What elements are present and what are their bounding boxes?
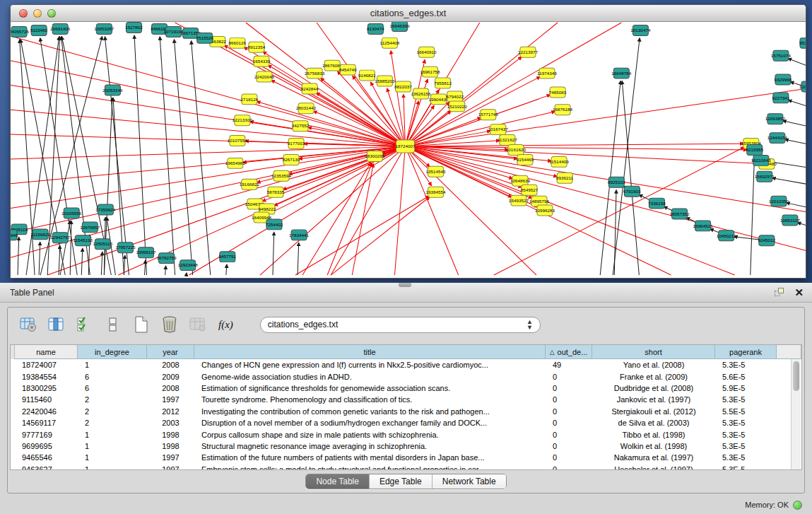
network-node[interactable]: 12041503 bbox=[799, 81, 806, 92]
network-node[interactable]: 12444154 bbox=[767, 133, 788, 144]
network-node[interactable]: 8925103 bbox=[608, 177, 625, 187]
network-node[interactable]: 9146821 bbox=[358, 70, 376, 81]
cell-in_degree[interactable]: 1 bbox=[78, 465, 147, 469]
cell-name[interactable]: 19384554 bbox=[15, 373, 78, 381]
network-node[interactable]: 20691406 bbox=[50, 23, 71, 34]
network-node[interactable]: 13514545 bbox=[426, 166, 447, 177]
network-node[interactable]: 16964521 bbox=[693, 221, 714, 231]
cell-short[interactable]: de Silva et al. (2003) bbox=[592, 419, 715, 427]
network-edge[interactable] bbox=[622, 81, 639, 275]
network-node[interactable]: 12505115 bbox=[93, 239, 113, 250]
column-visibility-icon[interactable] bbox=[74, 314, 95, 335]
network-node[interactable]: 26756833 bbox=[305, 68, 325, 78]
network-node[interactable]: 8549527 bbox=[521, 185, 539, 195]
network-edge[interactable] bbox=[788, 100, 806, 108]
network-edge[interactable] bbox=[494, 147, 744, 275]
network-node[interactable]: 9227341 bbox=[772, 93, 790, 103]
network-node[interactable]: 20206556 bbox=[61, 208, 82, 218]
cell-name[interactable]: 9463627 bbox=[15, 465, 78, 469]
network-edge[interactable] bbox=[60, 221, 70, 275]
table-row[interactable]: 946554611997Estimation of the future num… bbox=[11, 452, 801, 463]
cell-year[interactable]: 2009 bbox=[147, 373, 194, 381]
cell-in_degree[interactable]: 2 bbox=[78, 419, 147, 427]
network-node[interactable]: 9457791 bbox=[219, 252, 237, 262]
cell-pagerank[interactable]: 5.3E-5 bbox=[715, 361, 777, 369]
vertical-scrollbar[interactable] bbox=[791, 359, 801, 469]
network-graph[interactable]: 1872400718300295193845541351454586601268… bbox=[11, 22, 806, 278]
network-node[interactable]: 10167437 bbox=[488, 124, 509, 135]
cell-out_de[interactable]: 0 bbox=[546, 384, 592, 392]
network-node[interactable]: 28031442 bbox=[296, 103, 317, 114]
network-node[interactable]: 7955812 bbox=[434, 78, 452, 88]
network-node[interactable]: 17834441 bbox=[289, 230, 310, 240]
network-edge[interactable] bbox=[271, 80, 406, 146]
network-node[interactable]: 8660126 bbox=[229, 37, 247, 48]
cell-pagerank[interactable]: 5.3E-5 bbox=[715, 431, 777, 439]
network-node[interactable]: 16210643 bbox=[751, 155, 772, 165]
network-node[interactable]: 1527802 bbox=[125, 22, 143, 33]
cell-short[interactable]: Dudbridge et al. (2008) bbox=[592, 384, 715, 392]
cell-out_de[interactable]: 0 bbox=[546, 431, 592, 439]
table-settings-icon[interactable] bbox=[18, 314, 39, 335]
network-node[interactable]: 6791903 bbox=[623, 186, 641, 197]
network-node[interactable]: 19958107 bbox=[136, 247, 156, 258]
cell-short[interactable]: Stergiakouli et al. (2012) bbox=[592, 407, 715, 416]
cell-pagerank[interactable]: 5.3E-5 bbox=[715, 465, 777, 469]
tab-node-table[interactable]: Node Table bbox=[306, 474, 370, 489]
cell-title[interactable]: Structural magnetic resonance image aver… bbox=[194, 442, 546, 450]
network-node[interactable]: 16640910 bbox=[417, 47, 437, 57]
network-node[interactable]: 10161620 bbox=[506, 145, 526, 156]
cell-title[interactable]: Estimation of the future numbers of pati… bbox=[194, 453, 546, 462]
cell-title[interactable]: Disruption of a novel member of a sodium… bbox=[194, 419, 546, 427]
network-node[interactable]: 11514409 bbox=[549, 156, 569, 167]
network-node[interactable]: 19384554 bbox=[426, 187, 447, 197]
network-edge[interactable] bbox=[192, 41, 211, 275]
network-edge[interactable] bbox=[614, 190, 616, 275]
network-node[interactable]: 17359924 bbox=[95, 204, 116, 215]
network-node[interactable]: 11974349 bbox=[537, 68, 557, 78]
network-node[interactable]: 6794022 bbox=[446, 91, 464, 102]
cell-year[interactable]: 1998 bbox=[147, 431, 194, 439]
network-node[interactable]: 20053346 bbox=[102, 85, 123, 95]
row-height-icon[interactable] bbox=[102, 314, 124, 335]
network-edge[interactable] bbox=[331, 197, 430, 275]
cell-out_de[interactable]: 0 bbox=[546, 442, 592, 450]
network-node[interactable]: 18724007 bbox=[395, 140, 416, 153]
network-node[interactable]: 11545193 bbox=[73, 235, 93, 246]
network-edge[interactable] bbox=[145, 260, 146, 275]
network-node[interactable]: 11321627 bbox=[498, 135, 517, 146]
cell-pagerank[interactable]: 5.3E-5 bbox=[715, 442, 777, 450]
cell-name[interactable]: 18724007 bbox=[15, 361, 78, 369]
network-node[interactable]: 18057352 bbox=[669, 209, 690, 219]
network-node[interactable]: 1654339 bbox=[253, 56, 271, 66]
new-column-icon[interactable] bbox=[131, 314, 152, 335]
network-edge[interactable] bbox=[18, 237, 19, 275]
cell-name[interactable]: 9699695 bbox=[15, 442, 78, 450]
network-edge[interactable] bbox=[39, 242, 40, 275]
network-edge[interactable] bbox=[772, 178, 806, 185]
cell-out_de[interactable]: 0 bbox=[546, 419, 592, 427]
cell-title[interactable]: Corpus callosum shape and size in male p… bbox=[194, 431, 546, 439]
network-node[interactable]: 8822037 bbox=[394, 81, 412, 92]
tab-edge-table[interactable]: Edge Table bbox=[370, 474, 433, 489]
network-node[interactable]: 15493527 bbox=[509, 195, 529, 206]
network-edge[interactable] bbox=[783, 121, 806, 127]
network-node[interactable]: 18300295 bbox=[365, 151, 385, 161]
network-node[interactable]: 16876188 bbox=[553, 105, 573, 115]
network-node[interactable]: 8936211 bbox=[556, 173, 574, 183]
column-header-year[interactable]: year bbox=[147, 345, 194, 359]
function-builder-icon[interactable]: f(x) bbox=[218, 319, 233, 331]
network-edge[interactable] bbox=[11, 36, 405, 146]
cell-out_de[interactable]: 0 bbox=[546, 407, 592, 416]
network-node[interactable]: 9177003 bbox=[288, 139, 305, 149]
network-node[interactable]: 12923448 bbox=[178, 260, 199, 271]
close-panel-icon[interactable]: ✕ bbox=[794, 288, 804, 298]
table-row[interactable]: 911546021997Tourette syndrome. Phenomeno… bbox=[11, 394, 801, 405]
network-node[interactable]: 8267130 bbox=[283, 154, 300, 165]
network-node[interactable]: 16648784 bbox=[611, 68, 632, 78]
network-edge[interactable] bbox=[174, 40, 192, 275]
network-edge[interactable] bbox=[405, 144, 743, 146]
network-edge[interactable] bbox=[11, 146, 405, 159]
network-edge[interactable] bbox=[11, 146, 405, 233]
network-node[interactable]: 15692971 bbox=[755, 171, 775, 182]
